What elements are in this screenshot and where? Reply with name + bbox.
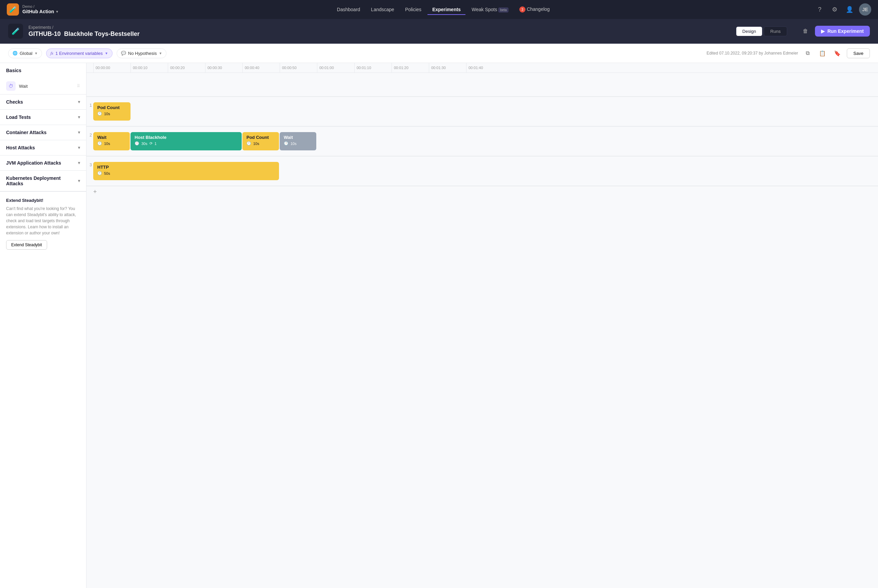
wait-label: Wait (19, 84, 74, 89)
wait-2b-meta: 🕐 10s (284, 141, 312, 146)
brand-text: Demo / GitHub Action ▼ (23, 4, 59, 15)
tick-10: 00:01:40 (466, 63, 504, 72)
host-blackhole-meta: 🕐 30s ⟳ 1 (135, 141, 238, 146)
sidebar-section-k8s-attacks: Kubernetes Deployment Attacks ▾ (0, 171, 86, 191)
top-nav: 🧪 Demo / GitHub Action ▼ Dashboard Lands… (0, 0, 878, 19)
sidebar-header-container-attacks[interactable]: Container Attacks ▾ (0, 125, 86, 140)
row-content-0 (93, 79, 878, 84)
copy-button[interactable]: ⧉ (802, 48, 813, 58)
timeline-row-2: 2 Wait 🕐 10s Host Blackhole 🕐 30s (86, 126, 878, 156)
sidebar-section-jvm-attacks: JVM Application Attacks ▾ (0, 156, 86, 171)
block-host-blackhole[interactable]: Host Blackhole 🕐 30s ⟳ 1 (131, 132, 242, 150)
env-pill[interactable]: 𝑓𝑥 1 Environment variables ▼ (46, 48, 112, 58)
nav-landscape[interactable]: Landscape (366, 4, 399, 15)
nav-weak-spots[interactable]: Weak Spotsbeta (467, 4, 513, 15)
pod-count-2-meta: 🕐 10s (247, 141, 275, 146)
hb-meta-time: 30s (141, 142, 147, 146)
delete-button[interactable]: 🗑 (799, 25, 812, 37)
row-label-1: 1 (86, 100, 93, 108)
hypothesis-label: No Hypothesis (128, 51, 157, 56)
nav-links: Dashboard Landscape Policies Experiments… (72, 4, 814, 16)
block-pod-count-1[interactable]: Pod Count 🕐 10s (93, 102, 131, 121)
sidebar-header-load-tests[interactable]: Load Tests ▾ (0, 110, 86, 124)
http-title: HTTP (97, 165, 275, 170)
sidebar-header-jvm-attacks[interactable]: JVM Application Attacks ▾ (0, 156, 86, 170)
basics-label: Basics (6, 68, 21, 73)
wait-2-meta-icon: 🕐 (97, 141, 102, 146)
hb-meta2: 1 (155, 142, 156, 146)
http-meta-icon: 🕐 (97, 171, 102, 176)
hypothesis-pill[interactable]: 💬 No Hypothesis ▼ (117, 48, 167, 58)
sidebar-header-checks[interactable]: Checks ▾ (0, 94, 86, 110)
tick-4: 00:00:40 (242, 63, 280, 72)
run-icon: ▶ (821, 28, 825, 34)
row-label-2: 2 (86, 129, 93, 138)
tick-7: 00:01:10 (354, 63, 392, 72)
tab-runs[interactable]: Runs (764, 26, 787, 36)
help-icon[interactable]: ? (814, 4, 825, 15)
main-layout: Basics ⏱ Wait ⠿ Checks ▾ Load Tests ▾ (0, 63, 878, 588)
drag-handle[interactable]: ⠿ (77, 84, 80, 88)
checks-label: Checks (6, 99, 23, 105)
run-label: Run Experiment (827, 28, 864, 34)
global-pill[interactable]: 🌐 Global ▼ (8, 48, 42, 58)
tick-5: 00:00:50 (280, 63, 317, 72)
nav-experiments[interactable]: Experiments (427, 4, 465, 15)
checks-chevron: ▾ (78, 100, 80, 104)
block-http[interactable]: HTTP 🕐 50s (93, 162, 279, 180)
pc2-meta-icon: 🕐 (247, 141, 251, 146)
tick-9: 00:01:30 (429, 63, 466, 72)
sidebar-header-k8s-attacks[interactable]: Kubernetes Deployment Attacks ▾ (0, 171, 86, 191)
experiment-icon: 🧪 (8, 24, 23, 39)
jvm-attacks-chevron: ▾ (78, 160, 80, 165)
sidebar-section-basics: Basics ⏱ Wait ⠿ (0, 63, 86, 94)
hb-meta2-icon: ⟳ (149, 141, 153, 146)
block-wait-2b[interactable]: Wait 🕐 10s (280, 132, 316, 150)
host-attacks-chevron: ▾ (78, 145, 80, 150)
row-content-1: Pod Count 🕐 10s (93, 100, 878, 123)
tick-2: 00:00:20 (168, 63, 205, 72)
brand-icon: 🧪 (7, 3, 19, 16)
experiment-title: GITHUB-10 Blackhole Toys-Bestseller (29, 30, 140, 38)
save-button[interactable]: Save (847, 48, 870, 58)
block-pod-count-2[interactable]: Pod Count 🕐 10s (242, 132, 279, 150)
nav-changelog[interactable]: 3Changelog (514, 4, 555, 16)
user-icon[interactable]: 👤 (844, 4, 855, 15)
wait-icon: ⏱ (6, 81, 16, 91)
sidebar-item-wait[interactable]: ⏱ Wait ⠿ (0, 78, 86, 94)
tick-0: 00:00:00 (93, 63, 131, 72)
add-row-button[interactable]: + (86, 186, 878, 198)
pod-count-1-meta: 🕐 10s (97, 111, 126, 116)
nav-policies[interactable]: Policies (400, 4, 426, 15)
row-label-0 (86, 79, 93, 82)
sidebar-header-basics[interactable]: Basics (0, 63, 86, 78)
edit-button[interactable]: 📋 (817, 48, 828, 58)
tick-8: 00:01:20 (392, 63, 429, 72)
brand[interactable]: 🧪 Demo / GitHub Action ▼ (7, 3, 59, 16)
avatar[interactable]: JE (859, 3, 871, 16)
http-meta-time: 50s (104, 171, 110, 176)
nav-dashboard[interactable]: Dashboard (332, 4, 365, 15)
w2b-meta-time: 10s (290, 142, 297, 146)
sidebar-header-host-attacks[interactable]: Host Attacks ▾ (0, 140, 86, 155)
load-tests-label: Load Tests (6, 114, 31, 120)
experiment-actions: 🗑 ▶ Run Experiment (799, 25, 870, 37)
jvm-attacks-label: JVM Application Attacks (6, 160, 61, 166)
demo-label: Demo / (23, 4, 59, 9)
row-label-3: 3 (86, 159, 93, 167)
run-experiment-button[interactable]: ▶ Run Experiment (815, 26, 870, 37)
extend-title: Extend Steadybit! (6, 198, 80, 203)
pod-count-2-title: Pod Count (247, 135, 275, 140)
tab-design[interactable]: Design (736, 26, 762, 36)
pod-count-1-meta-time: 10s (104, 112, 110, 116)
extend-button[interactable]: Extend Steadybit (6, 240, 47, 250)
top-nav-right: ? ⚙ 👤 JE (814, 3, 871, 16)
block-wait-2[interactable]: Wait 🕐 10s (93, 132, 130, 150)
experiment-info: Experiments / GITHUB-10 Blackhole Toys-B… (29, 25, 140, 38)
bookmark-button[interactable]: 🔖 (832, 48, 843, 58)
extend-box: Extend Steadybit! Can't find what you're… (0, 191, 86, 256)
settings-icon[interactable]: ⚙ (829, 4, 840, 15)
timeline-row-1: 1 Pod Count 🕐 10s (86, 96, 878, 126)
timeline-row-0 (86, 76, 878, 96)
global-label: Global (20, 51, 33, 56)
